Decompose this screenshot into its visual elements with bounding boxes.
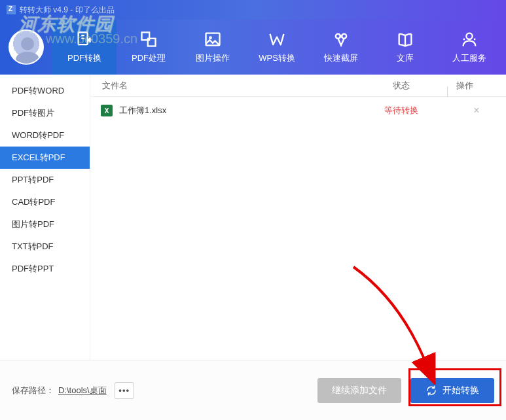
save-path-label: 保存路径：: [12, 385, 54, 396]
pdf-process-icon: [139, 30, 158, 48]
topnav-label: 文库: [397, 52, 414, 64]
topnav-item-library[interactable]: 文库: [373, 20, 437, 75]
titlebar-text: 转转大师 v4.9 - 印了么出品: [20, 5, 115, 16]
sidebar-item-4[interactable]: PPT转PDF: [0, 169, 90, 191]
save-path-value[interactable]: D:\tools\桌面: [58, 385, 107, 396]
topnav-item-image-op[interactable]: 图片操作: [181, 20, 245, 75]
top-navigation: PDF转换PDF处理图片操作WPS转换快速截屏文库人工服务: [0, 20, 506, 75]
sidebar-item-6[interactable]: 图片转PDF: [0, 213, 90, 236]
topnav-label: PDF处理: [132, 52, 166, 64]
topnav-item-pdf-process[interactable]: PDF处理: [117, 20, 181, 75]
topnav-item-wps[interactable]: WPS转换: [245, 20, 309, 75]
screenshot-icon: [332, 30, 350, 48]
excel-file-icon: X: [101, 105, 113, 116]
footer: 保存路径： D:\tools\桌面 ••• 继续添加文件 开始转换: [0, 360, 506, 420]
table-header: 文件名 状态 操作: [90, 75, 506, 97]
sidebar-item-7[interactable]: TXT转PDF: [0, 236, 90, 258]
file-status: 等待转换: [355, 105, 447, 116]
sidebar-item-8[interactable]: PDF转PPT: [0, 258, 90, 280]
topnav-label: 图片操作: [196, 52, 230, 64]
topnav-item-screenshot[interactable]: 快速截屏: [309, 20, 373, 75]
svg-point-7: [466, 33, 472, 39]
svg-point-5: [336, 34, 340, 39]
start-convert-label: 开始转换: [443, 385, 479, 396]
add-file-button[interactable]: 继续添加文件: [317, 378, 401, 403]
sidebar: PDF转WORDPDF转图片WORD转PDFEXCEL转PDFPPT转PDFCA…: [0, 75, 90, 360]
file-row: X工作簿1.xlsx等待转换×: [90, 97, 506, 124]
topnav-label: PDF转换: [67, 52, 101, 64]
library-icon: [396, 30, 414, 48]
sidebar-item-3[interactable]: EXCEL转PDF: [0, 147, 90, 169]
sidebar-item-1[interactable]: PDF转图片: [0, 102, 90, 124]
column-status: 状态: [355, 80, 447, 92]
topnav-label: 人工服务: [452, 52, 486, 64]
sidebar-item-2[interactable]: WORD转PDF: [0, 124, 90, 147]
sidebar-item-5[interactable]: CAD转PDF: [0, 191, 90, 213]
column-filename: 文件名: [90, 80, 355, 92]
start-convert-button[interactable]: 开始转换: [410, 378, 494, 403]
column-operation: 操作: [447, 80, 506, 92]
topnav-item-service[interactable]: 人工服务: [437, 20, 501, 75]
content-area: 文件名 状态 操作 X工作簿1.xlsx等待转换×: [90, 75, 506, 360]
file-name: 工作簿1.xlsx: [119, 105, 355, 116]
image-op-icon: [204, 30, 222, 48]
svg-point-4: [209, 36, 212, 39]
topnav-label: 快速截屏: [324, 52, 358, 64]
svg-point-6: [342, 34, 346, 39]
sidebar-item-0[interactable]: PDF转WORD: [0, 80, 90, 102]
browse-button[interactable]: •••: [115, 382, 134, 399]
service-icon: [460, 30, 479, 48]
titlebar: 转转大师 v4.9 - 印了么出品: [0, 0, 506, 20]
refresh-icon: [425, 385, 437, 396]
file-remove-button[interactable]: ×: [447, 105, 506, 116]
app-logo-icon: [7, 5, 16, 14]
topnav-label: WPS转换: [259, 52, 295, 64]
avatar-wrap[interactable]: [0, 20, 52, 75]
wps-icon: [268, 30, 286, 48]
user-avatar-icon: [9, 29, 44, 65]
topnav-item-pdf-convert[interactable]: PDF转换: [52, 20, 117, 75]
pdf-convert-icon: [75, 30, 94, 48]
